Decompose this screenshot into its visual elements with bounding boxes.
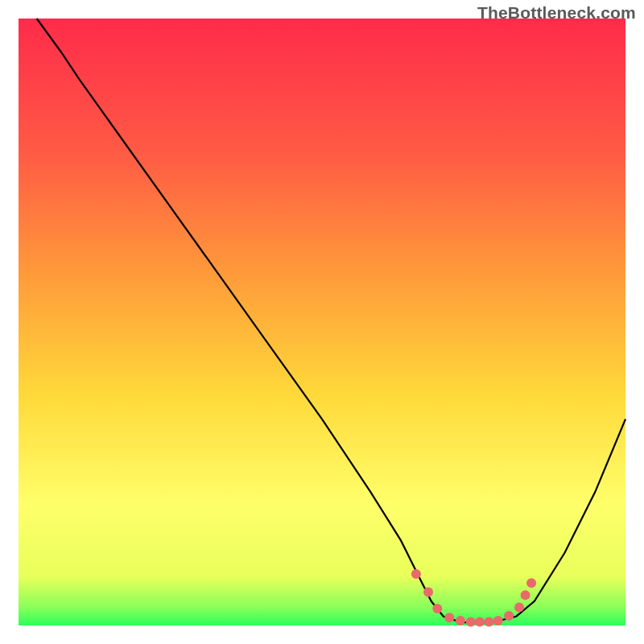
bottleneck-dot: [411, 569, 421, 579]
chart-svg: [0, 0, 644, 644]
bottleneck-dot: [423, 588, 433, 597]
bottleneck-dot: [521, 590, 530, 600]
plot-background: [19, 19, 625, 625]
chart-container: { "watermark": "TheBottleneck.com", "cha…: [0, 0, 644, 644]
bottleneck-dot: [466, 617, 476, 627]
bottleneck-dot: [444, 613, 454, 622]
bottleneck-dot: [484, 617, 493, 627]
bottleneck-dot: [493, 616, 503, 625]
bottleneck-dot: [526, 578, 536, 588]
bottleneck-dot: [432, 604, 442, 613]
bottleneck-dot: [475, 617, 485, 627]
bottleneck-dot: [504, 611, 514, 621]
bottleneck-dot: [456, 616, 465, 625]
watermark-text: TheBottleneck.com: [477, 3, 636, 23]
bottleneck-dot: [514, 602, 524, 612]
